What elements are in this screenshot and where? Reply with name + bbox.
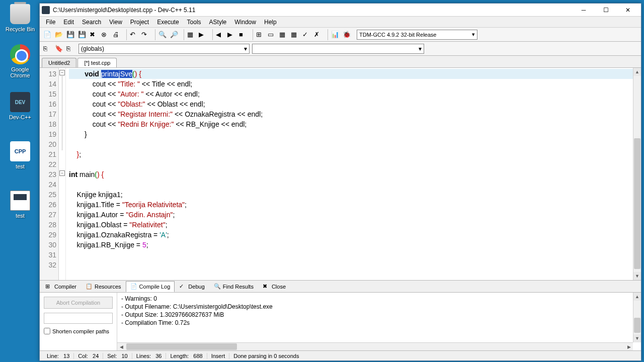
nav-back-button[interactable]: ◀ xyxy=(214,29,225,40)
redo-icon: ↷ xyxy=(141,31,149,39)
compiler-selector[interactable]: TDM-GCC 4.9.2 32-bit Release ▾ xyxy=(357,30,477,40)
save-all-button[interactable]: 💾 xyxy=(76,29,88,40)
window-controls: ─ ☐ ✕ xyxy=(573,5,639,16)
redo-button[interactable]: ↷ xyxy=(140,29,151,40)
compile-icon: ▦ xyxy=(187,31,195,39)
editor-vscrollbar[interactable]: ▲ ▼ xyxy=(633,68,641,280)
menu-window[interactable]: Window xyxy=(230,18,260,27)
desktop-chrome[interactable]: Google Chrome xyxy=(3,44,38,78)
app-icon xyxy=(42,6,50,14)
syntax-icon: ▦ xyxy=(279,31,287,39)
profile-button[interactable]: 📊 xyxy=(330,29,341,40)
btab-debug[interactable]: ✓Debug xyxy=(175,281,209,292)
maximize-button[interactable]: ☐ xyxy=(595,5,617,16)
toolbar-separator xyxy=(250,29,253,40)
log-hscrollbar[interactable]: ◀ ▶ xyxy=(117,342,633,350)
goto-line-button[interactable]: ⎘ xyxy=(65,43,76,54)
log-vscrollbar[interactable]: ▲ ▼ xyxy=(633,293,641,342)
menu-view[interactable]: View xyxy=(105,18,126,27)
scroll-down-button[interactable]: ▼ xyxy=(633,272,641,280)
scroll-right-button[interactable]: ▶ xyxy=(625,343,633,350)
run-button[interactable]: ▶ xyxy=(197,29,208,40)
menu-file[interactable]: File xyxy=(42,18,59,27)
debug-icon: 🐞 xyxy=(343,31,351,39)
find-icon: 🔍 xyxy=(158,31,167,39)
find-button[interactable]: 🔍 xyxy=(157,29,168,40)
menubar: File Edit Search View Project Execute To… xyxy=(40,17,641,28)
rebuild-button[interactable]: ▭ xyxy=(266,29,277,40)
menu-search[interactable]: Search xyxy=(78,18,105,27)
menu-execute[interactable]: Execute xyxy=(153,18,183,27)
find-results-icon: 🔍 xyxy=(214,283,221,290)
replace-button[interactable]: 🔎 xyxy=(169,29,180,40)
tab-test-cpp[interactable]: [*] test.cpp xyxy=(77,58,117,67)
scroll-left-button[interactable]: ◀ xyxy=(117,343,125,350)
fold-gutter[interactable]: −− xyxy=(59,68,66,280)
back-icon: ◀ xyxy=(216,31,224,39)
desktop-test-exe[interactable]: test xyxy=(3,191,38,219)
minimize-button[interactable]: ─ xyxy=(573,5,595,16)
undo-button[interactable]: ↶ xyxy=(128,29,139,40)
member-selector[interactable]: ▾ xyxy=(252,44,424,54)
syntax-button[interactable]: ▦ xyxy=(278,29,289,40)
toolbar-secondary: ⎘ 🔖 ⎘ (globals) ▾ ▾ xyxy=(40,42,641,56)
resources-icon: 📋 xyxy=(86,283,93,290)
scroll-thumb[interactable] xyxy=(634,318,640,333)
close-file-button[interactable]: ✖ xyxy=(88,29,99,40)
goto-button[interactable]: ⎘ xyxy=(42,43,53,54)
compile-log-icon: 📄 xyxy=(130,283,137,290)
goto-icon: ⎘ xyxy=(43,45,51,53)
run-icon: ▶ xyxy=(199,31,207,39)
open-button[interactable]: 📂 xyxy=(53,29,64,40)
close-button[interactable]: ✕ xyxy=(617,5,639,16)
compile-input[interactable] xyxy=(44,313,113,324)
grid-button[interactable]: ▦ xyxy=(289,29,300,40)
print-button[interactable]: 🖨 xyxy=(111,29,122,40)
btab-compile-log[interactable]: 📄Compile Log xyxy=(126,281,175,292)
menu-edit[interactable]: Edit xyxy=(59,18,78,27)
stop-button[interactable]: ■ xyxy=(237,29,249,40)
compile-button[interactable]: ▦ xyxy=(186,29,197,40)
shorten-checkbox-input[interactable] xyxy=(44,328,50,334)
cancel-button[interactable]: ✗ xyxy=(312,29,324,40)
debug-button[interactable]: 🐞 xyxy=(341,29,352,40)
fold-toggle[interactable]: − xyxy=(59,170,65,176)
status-sel: Sel: 10 xyxy=(103,353,132,359)
compile-log-output[interactable]: - Warnings: 0- Output Filename: C:\Users… xyxy=(117,293,641,350)
btab-find[interactable]: 🔍Find Results xyxy=(209,281,258,292)
btab-compiler[interactable]: ⊞Compiler xyxy=(41,281,81,292)
menu-astyle[interactable]: AStyle xyxy=(205,18,231,27)
new-file-button[interactable]: 📄 xyxy=(42,29,53,40)
scroll-thumb[interactable] xyxy=(634,138,640,269)
rebuild-icon: ▭ xyxy=(268,31,276,39)
close-all-button[interactable]: ⊗ xyxy=(100,29,111,40)
check-button[interactable]: ✓ xyxy=(301,29,312,40)
btab-resources[interactable]: 📋Resources xyxy=(81,281,126,292)
nav-fwd-button[interactable]: ▶ xyxy=(226,29,237,40)
recycle-bin-label: Recycle Bin xyxy=(3,26,38,32)
scroll-down-button[interactable]: ▼ xyxy=(633,334,641,342)
scroll-up-button[interactable]: ▲ xyxy=(633,68,641,76)
compile-run-button[interactable]: ⊞ xyxy=(255,29,266,40)
close-tab-icon: ✖ xyxy=(263,283,270,290)
check-icon: ✓ xyxy=(302,31,310,39)
devcpp-icon xyxy=(10,92,30,112)
line-number-gutter[interactable]: 1314151617181920212223242526272829303132 xyxy=(40,68,59,280)
bookmark-icon: 🔖 xyxy=(55,45,63,53)
shorten-paths-checkbox[interactable]: Shorten compiler paths xyxy=(44,328,113,334)
scroll-thumb[interactable] xyxy=(126,343,237,350)
tab-untitled2[interactable]: Untitled2 xyxy=(42,58,76,67)
menu-project[interactable]: Project xyxy=(126,18,153,27)
titlebar[interactable]: C:\Users\mistergold\Desktop\test.cpp - D… xyxy=(40,4,641,17)
save-button[interactable]: 💾 xyxy=(65,29,76,40)
code-area[interactable]: void printajSve() { cout << "Title: " <<… xyxy=(66,68,641,280)
scope-selector[interactable]: (globals) ▾ xyxy=(78,44,250,54)
btab-close[interactable]: ✖Close xyxy=(258,281,290,292)
desktop-devcpp[interactable]: Dev-C++ xyxy=(3,92,38,120)
bookmark-button[interactable]: 🔖 xyxy=(53,43,64,54)
desktop-recycle-bin[interactable]: Recycle Bin xyxy=(3,4,38,32)
menu-help[interactable]: Help xyxy=(260,18,281,27)
scroll-up-button[interactable]: ▲ xyxy=(633,293,641,301)
desktop-test-cpp[interactable]: test xyxy=(3,141,38,169)
menu-tools[interactable]: Tools xyxy=(183,18,205,27)
